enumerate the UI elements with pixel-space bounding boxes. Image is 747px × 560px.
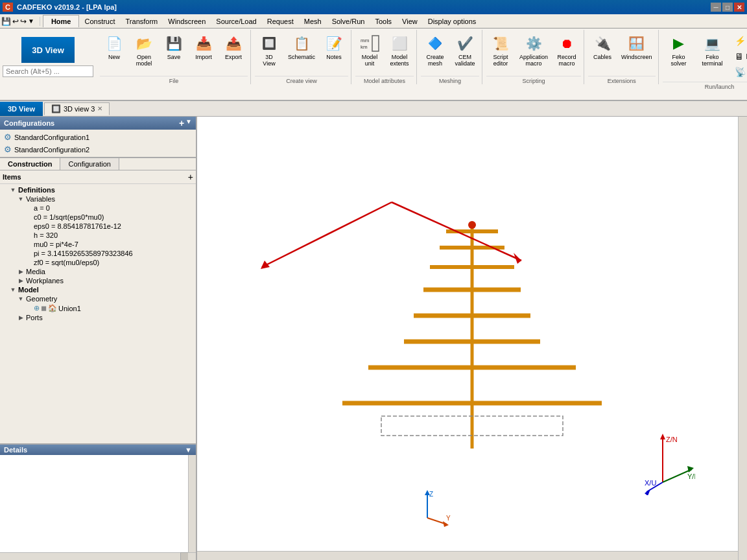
- maximize-button[interactable]: □: [722, 3, 733, 12]
- view-tab-icon: 🔲: [51, 104, 61, 113]
- tree-geometry[interactable]: ▼ Geometry: [1, 294, 195, 303]
- parallel-icon: ⚡: [735, 36, 746, 46]
- corner-axes: Z Y: [411, 489, 456, 528]
- redo-icon[interactable]: ↪: [20, 17, 27, 26]
- tree-var-h[interactable]: h = 320: [1, 231, 195, 240]
- config-item-1[interactable]: ⚙ StandardConfiguration1: [1, 131, 195, 143]
- create-mesh-button[interactable]: 🔷 Createmesh: [421, 31, 449, 69]
- tree-var-zf0[interactable]: zf0 = sqrt(mu0/eps0): [1, 258, 195, 267]
- menu-home[interactable]: Home: [43, 15, 80, 27]
- model-label: Model: [18, 286, 39, 294]
- menu-mesh[interactable]: Mesh: [299, 16, 327, 27]
- config-item-2[interactable]: ⚙ StandardConfiguration2: [1, 143, 195, 156]
- menu-construct[interactable]: Construct: [79, 16, 120, 27]
- schematic-label: Schematic: [288, 54, 315, 60]
- menu-windscreen[interactable]: Windscreen: [163, 16, 211, 27]
- windscreen-button[interactable]: 🪟 Windscreen: [618, 31, 656, 62]
- tree-var-pi[interactable]: pi = 3.14159265358979323846: [1, 249, 195, 258]
- viewport-vscrollbar[interactable]: [738, 117, 747, 560]
- schematic-icon: 📋: [291, 33, 312, 54]
- undo-icon[interactable]: ↩: [12, 17, 19, 26]
- remote-button[interactable]: 📡 Remote: [730, 65, 747, 79]
- schematic-button[interactable]: 📋 Schematic: [285, 31, 318, 62]
- menu-displayoptions[interactable]: Display options: [423, 16, 482, 27]
- minimize-button[interactable]: ─: [711, 3, 721, 12]
- new-button[interactable]: 📄 New: [100, 31, 128, 62]
- details-hscrollbar[interactable]: [0, 552, 196, 560]
- import-button[interactable]: 📥 Import: [189, 31, 218, 62]
- geometry-label: Geometry: [26, 295, 57, 303]
- menu-request[interactable]: Request: [262, 16, 299, 27]
- model-unit-button[interactable]: mm km Modelunit: [355, 31, 384, 69]
- tree-definitions[interactable]: ▼ Definitions: [1, 185, 195, 194]
- model-expand: ▼: [9, 286, 17, 293]
- ribbon-group-meshing: 🔷 Createmesh ✔️ CEMvalidate Meshing: [418, 30, 482, 84]
- svg-text:Z/N: Z/N: [666, 436, 678, 443]
- union1-icon1: ⊕: [34, 304, 40, 312]
- tree-media[interactable]: ▶ Media: [1, 267, 195, 276]
- save-button[interactable]: 💾 Save: [160, 31, 188, 62]
- open-button[interactable]: 📂 Openmodel: [130, 31, 158, 69]
- svg-marker-15: [660, 434, 665, 439]
- farm-out-button[interactable]: 🖥 Farm out: [730, 49, 747, 64]
- close-button[interactable]: ✕: [734, 3, 744, 12]
- menu-solverun[interactable]: Solve/Run: [327, 16, 370, 27]
- notes-button[interactable]: 📝 Notes: [320, 31, 348, 62]
- feko-solver-label: Fekosolver: [671, 54, 687, 67]
- menu-sourceload[interactable]: Source/Load: [211, 16, 261, 27]
- tree-model[interactable]: ▼ Model: [1, 285, 195, 294]
- export-button[interactable]: 📤 Export: [219, 31, 248, 62]
- config-dropdown-button[interactable]: ▼: [185, 118, 192, 128]
- svg-point-12: [468, 221, 476, 229]
- union1-label: Union1: [58, 305, 81, 312]
- feko-solver-button[interactable]: ▶ Fekosolver: [663, 31, 695, 69]
- view-tab-3dview3[interactable]: 🔲 3D view 3 ✕: [44, 102, 110, 115]
- new-icon: 📄: [104, 33, 124, 54]
- tree-ports[interactable]: ▶ Ports: [1, 313, 195, 322]
- dropdown-arrow[interactable]: ▼: [28, 18, 34, 25]
- config-title: Configurations: [4, 119, 54, 127]
- 3d-view-button[interactable]: 3D View: [21, 37, 75, 63]
- tree-var-c0[interactable]: c0 = 1/sqrt(eps0*mu0): [1, 213, 195, 222]
- menu-tools[interactable]: Tools: [370, 16, 397, 27]
- application-macro-button[interactable]: ⚙️ Applicationmacro: [516, 31, 551, 69]
- items-add-button[interactable]: +: [188, 172, 193, 182]
- union1-icon2: ◼: [41, 304, 47, 312]
- svg-text:mm: mm: [361, 38, 370, 43]
- record-macro-button[interactable]: ⏺ Recordmacro: [552, 31, 581, 69]
- script-editor-button[interactable]: 📜 Scripteditor: [486, 31, 515, 69]
- viewport: Z/N Y/N X/U Z Y: [197, 117, 747, 560]
- menu-view[interactable]: View: [397, 16, 423, 27]
- parallel-button[interactable]: ⚡ Parallel: [730, 34, 747, 48]
- tab-configuration[interactable]: Configuration: [60, 158, 119, 170]
- media-expand: ▶: [17, 268, 25, 275]
- details-expand-icon[interactable]: ▼: [185, 446, 192, 454]
- tree-var-eps0[interactable]: eps0 = 8.85418781761e-12: [1, 222, 195, 231]
- search-input[interactable]: [3, 65, 93, 77]
- 3dview-button[interactable]: 🔲 3DView: [255, 31, 283, 69]
- ribbon-group-scripting: 📜 Scripteditor ⚙️ Applicationmacro ⏺ Rec…: [484, 30, 584, 84]
- cem-validate-button[interactable]: ✔️ CEMvalidate: [451, 31, 479, 69]
- cables-button[interactable]: 🔌 Cables: [588, 31, 617, 62]
- config-add-button[interactable]: +: [179, 118, 184, 128]
- view-tab-close[interactable]: ✕: [97, 105, 102, 112]
- modelattributes-group-items: mm km Modelunit ⬜ Modelextents: [355, 30, 414, 75]
- 3dview-label: 3DView: [263, 54, 275, 67]
- 3d-view-tab-button[interactable]: 3D View: [0, 102, 43, 116]
- tree-workplanes[interactable]: ▶ Workplanes: [1, 276, 195, 285]
- model-extents-button[interactable]: ⬜ Modelextents: [385, 31, 414, 69]
- tree-var-a[interactable]: a = 0: [1, 204, 195, 213]
- menu-transform[interactable]: Transform: [121, 16, 163, 27]
- model-unit-icon: mm km: [359, 33, 380, 54]
- viewport-hscrollbar[interactable]: [197, 551, 738, 560]
- tree-variables[interactable]: ▼ Variables: [1, 194, 195, 204]
- tree-var-mu0[interactable]: mu0 = pi*4e-7: [1, 240, 195, 249]
- config-header-buttons[interactable]: + ▼: [179, 118, 192, 128]
- details-scrollbar[interactable]: [188, 455, 196, 552]
- quick-access-icon[interactable]: 💾: [1, 17, 11, 26]
- tab-construction[interactable]: Construction: [0, 158, 60, 170]
- tree-union1[interactable]: ⊕ ◼ 🏠 Union1: [1, 303, 195, 313]
- details-content: [0, 455, 196, 552]
- title-controls[interactable]: ─ □ ✕: [711, 3, 744, 12]
- feko-terminal-button[interactable]: 💻 Fekoterminal: [696, 31, 729, 69]
